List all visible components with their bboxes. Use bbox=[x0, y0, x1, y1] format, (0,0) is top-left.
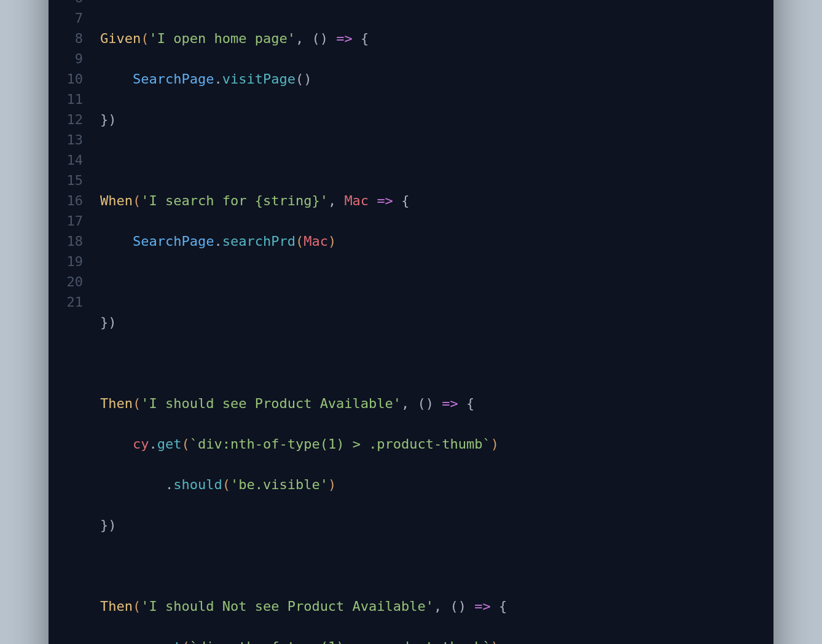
code-editor[interactable]: 123456789101112131415161718192021 import… bbox=[66, 0, 756, 644]
line-number: 18 bbox=[66, 231, 83, 251]
code-line bbox=[100, 150, 678, 170]
line-number: 8 bbox=[66, 28, 83, 49]
code-line: SearchPage.searchPrd(Mac) bbox=[100, 231, 678, 251]
code-line: When('I search for {string}', Mac => { bbox=[100, 190, 678, 211]
code-line: SearchPage.visitPage() bbox=[100, 69, 678, 89]
code-line: cy.get(`div:nth-of-type(1) > .product-th… bbox=[100, 637, 678, 644]
line-number: 20 bbox=[66, 272, 83, 292]
code-line: }) bbox=[100, 312, 678, 332]
line-number: 10 bbox=[66, 69, 83, 89]
code-line: }) bbox=[100, 109, 678, 130]
line-number: 13 bbox=[66, 130, 83, 150]
line-number: 16 bbox=[66, 190, 83, 211]
line-number-gutter: 123456789101112131415161718192021 bbox=[66, 0, 100, 644]
line-number: 21 bbox=[66, 292, 83, 312]
code-line: .should('be.visible') bbox=[100, 474, 678, 495]
line-number: 9 bbox=[66, 49, 83, 69]
line-number: 12 bbox=[66, 109, 83, 130]
code-line: Then('I should Not see Product Available… bbox=[100, 596, 678, 616]
line-number: 19 bbox=[66, 251, 83, 272]
code-line bbox=[100, 0, 678, 8]
line-number: 17 bbox=[66, 211, 83, 231]
line-number: 11 bbox=[66, 89, 83, 109]
code-line: Given('I open home page', () => { bbox=[100, 28, 678, 49]
code-line bbox=[100, 556, 678, 576]
code-line: }) bbox=[100, 515, 678, 535]
code-window: 123456789101112131415161718192021 import… bbox=[49, 0, 773, 644]
line-number: 14 bbox=[66, 150, 83, 170]
code-line: Then('I should see Product Available', (… bbox=[100, 393, 678, 414]
line-number: 7 bbox=[66, 8, 83, 28]
code-content: import { Given, When, Then } from "cypre… bbox=[100, 0, 678, 644]
line-number: 6 bbox=[66, 0, 83, 8]
code-line bbox=[100, 272, 678, 292]
code-line: cy.get(`div:nth-of-type(1) > .product-th… bbox=[100, 434, 678, 454]
code-line bbox=[100, 353, 678, 373]
line-number: 15 bbox=[66, 170, 83, 190]
